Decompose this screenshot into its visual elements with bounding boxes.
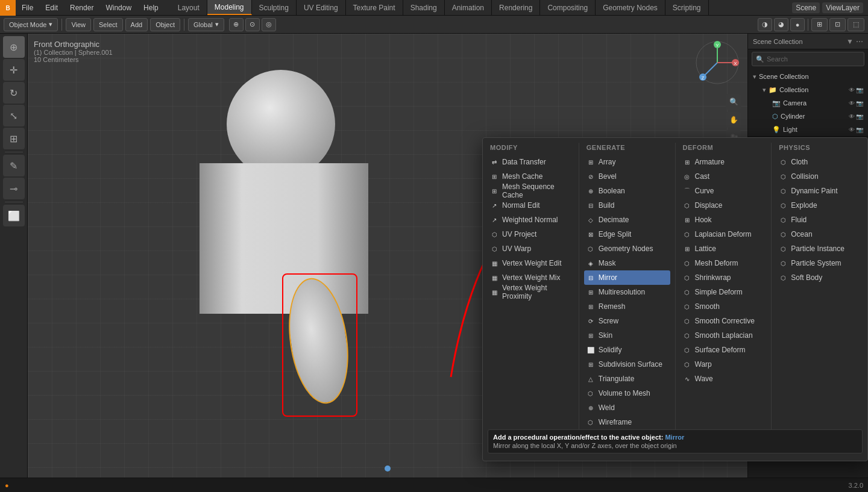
tab-modeling[interactable]: Modeling — [207, 0, 252, 15]
modifier-geometry-nodes[interactable]: ⬡ Geometry Nodes — [584, 241, 670, 256]
tool-add-cube[interactable]: ⬜ — [3, 205, 25, 226]
view-btn[interactable]: View — [66, 18, 91, 31]
add-btn[interactable]: Add — [125, 18, 148, 31]
modifier-uv-project[interactable]: ⬡ UV Project — [488, 227, 574, 241]
modifier-hook[interactable]: ⊞ Hook — [681, 213, 767, 227]
modifier-surface-deform[interactable]: ⬡ Surface Deform — [681, 343, 767, 357]
modifier-subdivision-surface[interactable]: ⊞ Subdivision Surface — [584, 357, 670, 372]
collection-visibility-icon[interactable]: 👁 — [849, 87, 855, 93]
modifier-explode[interactable]: ⬡ Explode — [776, 198, 863, 213]
hand-btn[interactable]: ✋ — [726, 112, 741, 128]
modifier-smooth-laplacian[interactable]: ⬡ Smooth Laplacian — [681, 328, 767, 343]
tool-annotate[interactable]: ✎ — [3, 155, 25, 176]
outliner-light[interactable]: 💡 Light 👁 📷 — [748, 123, 868, 136]
modifier-build[interactable]: ⊟ Build — [584, 198, 670, 213]
viewport-gizmo[interactable]: Y X Z — [693, 39, 741, 87]
tab-sculpting[interactable]: Sculpting — [252, 0, 297, 15]
tab-uv-editing[interactable]: UV Editing — [297, 0, 346, 15]
outliner-search[interactable]: 🔍 Search — [752, 52, 864, 66]
modifier-wave[interactable]: ∿ Wave — [681, 372, 767, 386]
modifier-cloth[interactable]: ⬡ Cloth — [776, 155, 863, 169]
mode-selector[interactable]: Object Mode ▾ — [4, 18, 58, 31]
modifier-mask[interactable]: ◈ Mask — [584, 256, 670, 270]
outliner-cylinder[interactable]: ⬡ Cylinder 👁 📷 — [748, 110, 868, 123]
modifier-ocean[interactable]: ⬡ Ocean — [776, 227, 863, 241]
modifier-array[interactable]: ⊞ Array — [584, 155, 670, 169]
tool-scale[interactable]: ⤡ — [3, 105, 25, 126]
modifier-particle-instance[interactable]: ⬡ Particle Instance — [776, 241, 863, 256]
tool-transform[interactable]: ⊞ — [3, 128, 25, 149]
modifier-boolean[interactable]: ⊕ Boolean — [584, 184, 670, 198]
collection-render-icon[interactable]: 📷 — [856, 87, 863, 93]
modifier-collision[interactable]: ⬡ Collision — [776, 169, 863, 184]
modifier-dynamic-paint[interactable]: ⬡ Dynamic Paint — [776, 184, 863, 198]
modifier-particle-system[interactable]: ⬡ Particle System — [776, 256, 863, 270]
cylinder-visibility-icon[interactable]: 👁 — [849, 113, 855, 120]
menu-edit[interactable]: Edit — [39, 0, 64, 15]
modifier-lattice[interactable]: ⊞ Lattice — [681, 241, 767, 256]
menu-help[interactable]: Help — [137, 0, 165, 15]
outliner-options-btn[interactable]: ⋯ — [856, 37, 863, 46]
modifier-vertex-weight-edit[interactable]: ▦ Vertex Weight Edit — [488, 256, 574, 270]
viewport-shading-material[interactable]: ◕ — [774, 18, 788, 31]
modifier-triangulate[interactable]: △ Triangulate — [584, 372, 670, 386]
outliner-filter-btn[interactable]: ▼ — [846, 37, 854, 46]
tab-geometry-nodes[interactable]: Geometry Nodes — [596, 0, 665, 15]
tool-move[interactable]: ✛ — [3, 59, 25, 81]
snap-btn[interactable]: ⊕ — [229, 18, 244, 31]
light-render-icon[interactable]: 📷 — [856, 126, 863, 133]
tool-cursor[interactable]: ⊕ — [3, 36, 25, 58]
camera-visibility-icon[interactable]: 👁 — [849, 100, 855, 107]
cylinder-object[interactable] — [200, 163, 368, 314]
modifier-wireframe[interactable]: ⬡ Wireframe — [584, 415, 670, 429]
modifier-normal-edit[interactable]: ↗ Normal Edit — [488, 198, 574, 213]
outliner-collection[interactable]: ▾ 📁 Collection 👁 📷 — [748, 83, 868, 96]
gizmo-btn[interactable]: ⊞ — [811, 18, 828, 31]
tool-rotate[interactable]: ↻ — [3, 82, 25, 104]
modifier-vertex-weight-proximity[interactable]: ▦ Vertex Weight Proximity — [488, 285, 574, 299]
sphere-object[interactable] — [227, 70, 335, 178]
menu-render[interactable]: Render — [64, 0, 99, 15]
modifier-edge-split[interactable]: ⊠ Edge Split — [584, 227, 670, 241]
tool-measure[interactable]: ⊸ — [3, 178, 25, 199]
modifier-remesh[interactable]: ⊞ Remesh — [584, 299, 670, 314]
magnet-btn[interactable]: ◎ — [262, 18, 276, 31]
cylinder-render-icon[interactable]: 📷 — [856, 113, 863, 120]
object-btn[interactable]: Object — [150, 18, 180, 31]
modifier-mesh-deform[interactable]: ⬡ Mesh Deform — [681, 256, 767, 270]
modifier-mirror[interactable]: ⊟ Mirror — [584, 270, 670, 285]
transform-selector[interactable]: Global ▾ — [188, 18, 224, 31]
modifier-smooth[interactable]: ⬡ Smooth — [681, 299, 767, 314]
modifier-smooth-corrective[interactable]: ⬡ Smooth Corrective — [681, 314, 767, 328]
modifier-bevel[interactable]: ⊘ Bevel — [584, 169, 670, 184]
light-visibility-icon[interactable]: 👁 — [849, 126, 855, 133]
modifier-vertex-weight-mix[interactable]: ▦ Vertex Weight Mix — [488, 270, 574, 285]
scene-selector[interactable]: Scene — [792, 2, 820, 13]
menu-window[interactable]: Window — [99, 0, 137, 15]
modifier-curve[interactable]: ⌒ Curve — [681, 184, 767, 198]
tab-layout[interactable]: Layout — [171, 0, 207, 15]
menu-file[interactable]: File — [16, 0, 39, 15]
modifier-skin[interactable]: ⊞ Skin — [584, 328, 670, 343]
modifier-displace[interactable]: ⬡ Displace — [681, 198, 767, 213]
modifier-solidify[interactable]: ⬜ Solidify — [584, 343, 670, 357]
viewport-shading-solid[interactable]: ◑ — [758, 18, 772, 31]
modifier-weld[interactable]: ⊕ Weld — [584, 400, 670, 415]
modifier-mesh-cache[interactable]: ⊞ Mesh Cache — [488, 169, 574, 184]
outliner-scene-collection[interactable]: ▾ Scene Collection — [748, 70, 868, 83]
modifier-dropdown-menu[interactable]: Modify ⇄ Data Transfer ⊞ Mesh Cache ⊞ Me… — [482, 137, 868, 461]
outliner-camera[interactable]: 📷 Camera 👁 📷 — [748, 96, 868, 110]
fly-navigate-btn[interactable]: 🔍 — [726, 94, 741, 110]
proportional-btn[interactable]: ⊙ — [245, 18, 260, 31]
modifier-fluid[interactable]: ⬡ Fluid — [776, 213, 863, 227]
modifier-uv-warp[interactable]: ⬡ UV Warp — [488, 241, 574, 256]
modifier-data-transfer[interactable]: ⇄ Data Transfer — [488, 155, 574, 169]
modifier-multiresolution[interactable]: ⊞ Multiresolution — [584, 285, 670, 299]
modifier-volume-to-mesh[interactable]: ⬡ Volume to Mesh — [584, 386, 670, 400]
modifier-simple-deform[interactable]: ⬡ Simple Deform — [681, 285, 767, 299]
tab-animation[interactable]: Animation — [445, 0, 492, 15]
tab-scripting[interactable]: Scripting — [665, 0, 709, 15]
tab-shading[interactable]: Shading — [403, 0, 445, 15]
modifier-warp[interactable]: ⬡ Warp — [681, 357, 767, 372]
overlay-btn[interactable]: ⊡ — [829, 18, 846, 31]
